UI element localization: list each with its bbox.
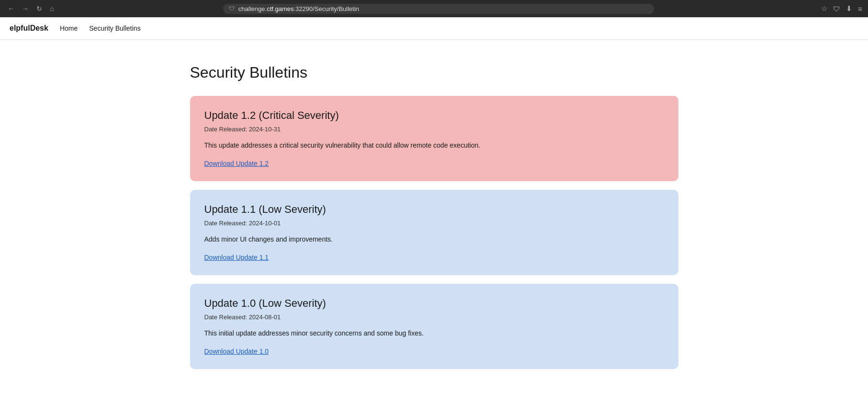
browser-right-icons: ☆ 🛡 ⬇ ≡ <box>821 4 862 13</box>
bulletin-description-3: This initial update addresses minor secu… <box>204 328 664 338</box>
page-title: Security Bulletins <box>190 64 678 81</box>
home-button[interactable]: ⌂ <box>48 4 56 13</box>
security-icon: 🛡 <box>229 5 235 12</box>
bulletin-download-link-2[interactable]: Download Update 1.1 <box>204 254 269 261</box>
bulletin-description-2: Adds minor UI changes and improvements. <box>204 234 664 244</box>
nav-link-security-bulletins[interactable]: Security Bulletins <box>89 24 140 32</box>
bulletin-card-3: Update 1.0 (Low Severity) Date Released:… <box>190 284 678 369</box>
bulletins-container: Update 1.2 (Critical Severity) Date Rele… <box>190 96 678 369</box>
browser-controls: ← → ↻ ⌂ <box>6 4 56 13</box>
bulletin-title-1: Update 1.2 (Critical Severity) <box>204 109 664 122</box>
address-bar-url: challenge.ctf.games:32290/Security/Bulle… <box>238 5 359 12</box>
bulletin-date-2: Date Released: 2024-10-01 <box>204 220 664 227</box>
browser-chrome: ← → ↻ ⌂ 🛡 challenge.ctf.games:32290/Secu… <box>0 0 868 17</box>
bulletin-download-link-1[interactable]: Download Update 1.2 <box>204 160 269 167</box>
bulletin-title-2: Update 1.1 (Low Severity) <box>204 203 664 216</box>
menu-icon[interactable]: ≡ <box>858 5 862 13</box>
address-bar[interactable]: 🛡 challenge.ctf.games:32290/Security/Bul… <box>223 4 654 14</box>
bulletin-download-link-3[interactable]: Download Update 1.0 <box>204 348 269 355</box>
bulletin-card-1: Update 1.2 (Critical Severity) Date Rele… <box>190 96 678 181</box>
forward-button[interactable]: → <box>20 4 31 13</box>
refresh-button[interactable]: ↻ <box>34 4 44 13</box>
main-content: Security Bulletins Update 1.2 (Critical … <box>171 40 698 402</box>
nav-brand: elpfulDesk <box>10 24 48 33</box>
nav-bar: elpfulDesk Home Security Bulletins <box>0 17 868 40</box>
shield-icon-right: 🛡 <box>833 5 840 13</box>
bulletin-title-3: Update 1.0 (Low Severity) <box>204 297 664 310</box>
back-button[interactable]: ← <box>6 4 16 13</box>
bulletin-description-1: This update addresses a critical securit… <box>204 140 664 151</box>
bulletin-card-2: Update 1.1 (Low Severity) Date Released:… <box>190 190 678 275</box>
bulletin-date-1: Date Released: 2024-10-31 <box>204 126 664 133</box>
nav-link-home[interactable]: Home <box>60 24 78 32</box>
download-icon[interactable]: ⬇ <box>846 4 852 13</box>
star-icon[interactable]: ☆ <box>821 4 827 13</box>
bulletin-date-3: Date Released: 2024-08-01 <box>204 313 664 321</box>
